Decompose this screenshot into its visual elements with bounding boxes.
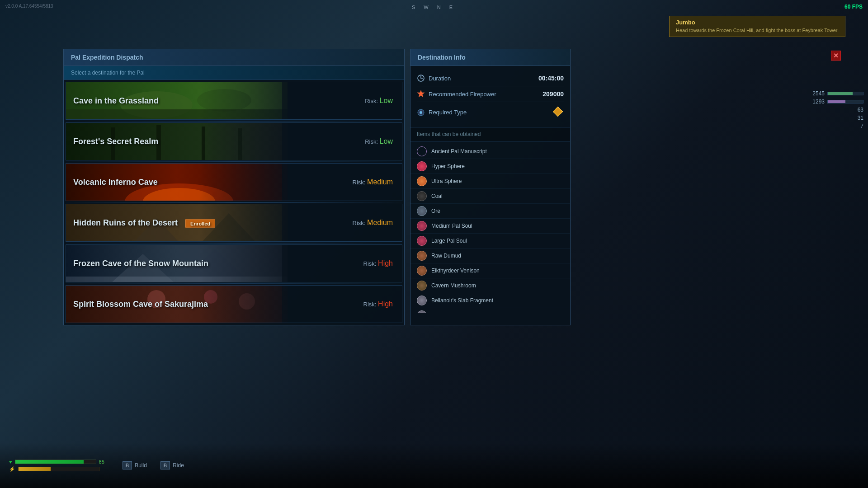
health-bar bbox=[15, 460, 96, 464]
list-item: Cavern Mushroom bbox=[410, 278, 570, 293]
stamina-icon: ⚡ bbox=[9, 466, 15, 472]
close-button[interactable]: ✕ bbox=[831, 51, 841, 61]
close-icon: ✕ bbox=[833, 52, 839, 59]
firepower-value: 209000 bbox=[542, 90, 564, 98]
items-list: Ancient Pal Manuscript Hyper Sphere Ultr… bbox=[410, 141, 570, 313]
stat-bar-fill-1 bbox=[828, 92, 853, 95]
duration-label: Duration bbox=[417, 74, 451, 82]
required-type-icon bbox=[417, 108, 425, 117]
item-name-hyper-sphere: Hyper Sphere bbox=[431, 163, 465, 169]
stat-value-5: 7 bbox=[860, 123, 863, 129]
risk-label-forest: Risk: bbox=[365, 138, 380, 145]
item-name-raw-dumud: Raw Dumud bbox=[431, 253, 461, 259]
risk-label-sakura: Risk: bbox=[363, 301, 378, 308]
svg-rect-3 bbox=[66, 109, 288, 119]
dest-name-sakura: Spirit Blossom Cave of Sakurajima bbox=[73, 300, 208, 309]
item-icon-hyper-sphere bbox=[417, 161, 427, 171]
risk-value-sakura: High bbox=[378, 300, 393, 308]
stat-row-4: 31 bbox=[858, 115, 863, 121]
list-item: Ultra Sphere bbox=[410, 174, 570, 189]
side-stats-panel: 2545 1293 63 31 7 bbox=[812, 90, 863, 129]
dest-info-sakura: Risk: High bbox=[282, 286, 402, 323]
stamina-area: ⚡ bbox=[9, 466, 104, 472]
dest-name-volcanic: Volcanic Inferno Cave bbox=[73, 178, 158, 187]
destination-sakura[interactable]: Spirit Blossom Cave of Sakurajima Risk: … bbox=[66, 285, 402, 323]
destination-desert[interactable]: Hidden Ruins of the Desert Enrolled Risk… bbox=[66, 204, 402, 242]
dest-info-desert: Risk: Medium bbox=[282, 204, 402, 241]
svg-rect-7 bbox=[202, 127, 205, 160]
risk-label-grassland: Risk: bbox=[365, 98, 380, 104]
item-name-ore: Ore bbox=[431, 208, 440, 214]
risk-label-volcanic: Risk: bbox=[353, 179, 368, 186]
version-text: v2.0.0 A.17.64554/5813 bbox=[5, 4, 53, 9]
stat-value-2: 1293 bbox=[812, 99, 825, 105]
stamina-fill bbox=[19, 467, 51, 471]
ride-key: B bbox=[160, 461, 170, 469]
health-value: 85 bbox=[99, 459, 104, 465]
item-icon-slab-fragment bbox=[417, 296, 427, 305]
dest-name-snow: Frozen Cave of the Snow Mountain bbox=[73, 259, 208, 268]
svg-point-22 bbox=[239, 293, 255, 310]
required-type-value bbox=[552, 106, 564, 119]
risk-label-desert: Risk: bbox=[353, 220, 368, 226]
info-stats: Duration 00:45:00 Recommended Firepower … bbox=[410, 66, 570, 127]
item-icon-venison bbox=[417, 266, 427, 276]
firepower-row: Recommended Firepower 209000 bbox=[417, 86, 564, 102]
expedition-dispatch-panel: Pal Expedition Dispatch Select a destina… bbox=[63, 49, 405, 325]
destination-snow[interactable]: Frozen Cave of the Snow Mountain Risk: H… bbox=[66, 244, 402, 282]
risk-value-desert: Medium bbox=[367, 219, 393, 227]
separator-2 bbox=[66, 161, 402, 162]
destination-forest[interactable]: Forest's Secret Realm Risk: Low bbox=[66, 122, 402, 160]
list-item: Medium Pal Soul bbox=[410, 219, 570, 234]
list-item: Ore bbox=[410, 204, 570, 219]
quest-notification: Jumbo Head towards the Frozen Coral Hill… bbox=[669, 16, 845, 37]
item-name-ancient-pal-manuscript: Ancient Pal Manuscript bbox=[431, 148, 487, 155]
compass: S W N E bbox=[412, 5, 456, 10]
risk-value-snow: High bbox=[378, 259, 393, 267]
list-item: Large Pal Soul bbox=[410, 234, 570, 249]
stat-row-1: 2545 bbox=[812, 90, 863, 97]
player-stats-area: ♥ 85 ⚡ bbox=[9, 459, 104, 472]
list-item: Raw Dumud bbox=[410, 249, 570, 263]
list-item: Bellanoir Libero's Slab Fragment bbox=[410, 308, 570, 313]
item-icon-medium-pal-soul bbox=[417, 221, 427, 231]
list-item: Coal bbox=[410, 189, 570, 204]
duration-row: Duration 00:45:00 bbox=[417, 70, 564, 86]
item-name-mushroom: Cavern Mushroom bbox=[431, 282, 476, 289]
item-name-libero-slab: Bellanoir Libero's Slab Fragment bbox=[431, 312, 510, 313]
stat-bar-2 bbox=[827, 100, 863, 103]
stamina-bar bbox=[18, 467, 99, 471]
risk-value-grassland: Low bbox=[380, 97, 393, 105]
items-header: Items that can be obtained bbox=[410, 127, 570, 141]
risk-value-volcanic: Medium bbox=[367, 178, 393, 186]
destination-volcanic[interactable]: Volcanic Inferno Cave Risk: Medium bbox=[66, 163, 402, 201]
item-icon-ultra-sphere bbox=[417, 176, 427, 186]
item-name-coal: Coal bbox=[431, 193, 443, 199]
item-icon-coal bbox=[417, 191, 427, 201]
build-action: B Build bbox=[123, 461, 147, 469]
destination-grassland[interactable]: Cave in the Grassland Risk: Low bbox=[66, 82, 402, 120]
bottom-hud: ♥ 85 ⚡ B Build B Ride bbox=[0, 443, 868, 488]
dest-name-forest: Forest's Secret Realm bbox=[73, 137, 158, 146]
stat-row-2: 1293 bbox=[812, 99, 863, 105]
required-type-label: Required Type bbox=[417, 108, 467, 117]
dest-name-desert: Hidden Ruins of the Desert Enrolled bbox=[73, 218, 215, 228]
ride-action: B Ride bbox=[160, 461, 184, 469]
type-diamond-icon bbox=[552, 106, 564, 117]
stat-value-4: 31 bbox=[858, 115, 863, 121]
action-buttons-area: B Build B Ride bbox=[123, 461, 184, 469]
stat-value-1: 2545 bbox=[812, 90, 825, 97]
build-label: Build bbox=[135, 462, 147, 469]
svg-rect-18 bbox=[66, 277, 288, 282]
health-fill bbox=[15, 460, 84, 464]
panels-container: Pal Expedition Dispatch Select a destina… bbox=[63, 49, 571, 325]
svg-rect-8 bbox=[238, 128, 242, 160]
destination-info-header: Destination Info bbox=[410, 49, 570, 66]
dest-info-snow: Risk: High bbox=[282, 245, 402, 282]
item-icon-ancient-pal-manuscript bbox=[417, 146, 427, 156]
dest-info-grassland: Risk: Low bbox=[282, 82, 402, 119]
item-icon-large-pal-soul bbox=[417, 236, 427, 246]
risk-value-forest: Low bbox=[380, 137, 393, 145]
list-item: Hyper Sphere bbox=[410, 159, 570, 174]
item-icon-mushroom bbox=[417, 281, 427, 291]
